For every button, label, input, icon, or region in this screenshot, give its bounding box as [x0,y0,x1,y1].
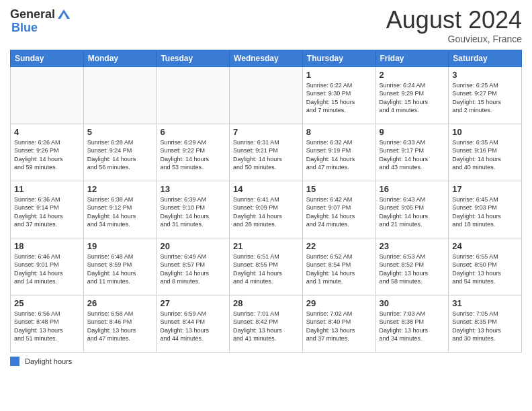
day-info: Sunrise: 6:32 AM Sunset: 9:19 PM Dayligh… [306,138,372,172]
calendar-day-cell: 1Sunrise: 6:22 AM Sunset: 9:30 PM Daylig… [302,66,375,124]
day-number: 29 [306,298,372,308]
day-number: 5 [87,127,153,137]
calendar-day-cell: 6Sunrise: 6:29 AM Sunset: 9:22 PM Daylig… [157,124,230,181]
day-number: 10 [452,127,518,137]
day-number: 31 [452,298,518,308]
calendar-day-cell: 2Sunrise: 6:24 AM Sunset: 9:29 PM Daylig… [375,66,449,124]
calendar-week-row: 4Sunrise: 6:26 AM Sunset: 9:26 PM Daylig… [11,124,522,181]
logo-general-text: General [10,8,55,20]
day-info: Sunrise: 6:43 AM Sunset: 9:05 PM Dayligh… [380,195,445,229]
day-info: Sunrise: 6:49 AM Sunset: 8:57 PM Dayligh… [160,253,226,286]
day-info: Sunrise: 6:26 AM Sunset: 9:26 PM Dayligh… [14,138,80,172]
calendar-day-cell: 10Sunrise: 6:35 AM Sunset: 9:16 PM Dayli… [449,124,522,181]
day-header: Monday [83,50,157,66]
calendar-day-cell: 27Sunrise: 6:59 AM Sunset: 8:44 PM Dayli… [157,295,230,352]
calendar-day-cell: 9Sunrise: 6:33 AM Sunset: 9:17 PM Daylig… [375,124,449,181]
calendar-week-row: 18Sunrise: 6:46 AM Sunset: 9:01 PM Dayli… [11,238,522,295]
day-info: Sunrise: 6:42 AM Sunset: 9:07 PM Dayligh… [306,195,372,229]
calendar-day-cell: 19Sunrise: 6:48 AM Sunset: 8:59 PM Dayli… [83,238,157,295]
day-info: Sunrise: 6:58 AM Sunset: 8:46 PM Dayligh… [87,310,153,343]
day-info: Sunrise: 6:53 AM Sunset: 8:52 PM Dayligh… [380,253,445,286]
day-info: Sunrise: 6:41 AM Sunset: 9:09 PM Dayligh… [233,195,299,229]
day-number: 12 [87,184,153,194]
day-info: Sunrise: 6:55 AM Sunset: 8:50 PM Dayligh… [452,253,518,286]
calendar-day-cell: 29Sunrise: 7:02 AM Sunset: 8:40 PM Dayli… [302,295,375,352]
day-info: Sunrise: 7:02 AM Sunset: 8:40 PM Dayligh… [306,310,372,343]
day-info: Sunrise: 6:31 AM Sunset: 9:21 PM Dayligh… [233,138,299,172]
location: Gouvieux, France [386,34,522,44]
logo-blue-text: Blue [11,21,38,34]
day-header: Sunday [11,50,84,66]
title-area: August 2024 Gouvieux, France [386,7,522,44]
day-info: Sunrise: 6:51 AM Sunset: 8:55 PM Dayligh… [233,253,299,286]
day-header: Tuesday [157,50,230,66]
footer: Daylight hours [10,357,522,366]
day-number: 30 [380,298,445,308]
day-info: Sunrise: 6:46 AM Sunset: 9:01 PM Dayligh… [14,253,80,286]
day-number: 21 [233,241,299,251]
calendar-day-cell: 5Sunrise: 6:28 AM Sunset: 9:24 PM Daylig… [83,124,157,181]
day-number: 28 [233,298,299,308]
month-title: August 2024 [386,7,522,34]
calendar-header-row: SundayMondayTuesdayWednesdayThursdayFrid… [11,50,522,66]
day-number: 27 [160,298,226,308]
calendar-day-cell: 4Sunrise: 6:26 AM Sunset: 9:26 PM Daylig… [11,124,84,181]
calendar-day-cell [157,66,230,124]
legend-color-box [10,357,19,366]
calendar-week-row: 1Sunrise: 6:22 AM Sunset: 9:30 PM Daylig… [11,66,522,124]
day-info: Sunrise: 6:22 AM Sunset: 9:30 PM Dayligh… [306,81,372,115]
day-number: 2 [380,70,445,80]
day-number: 20 [160,241,226,251]
day-number: 16 [380,184,445,194]
day-info: Sunrise: 6:52 AM Sunset: 8:54 PM Dayligh… [306,253,372,286]
day-number: 22 [306,241,372,251]
calendar-week-row: 25Sunrise: 6:56 AM Sunset: 8:48 PM Dayli… [11,295,522,352]
calendar-day-cell: 31Sunrise: 7:05 AM Sunset: 8:35 PM Dayli… [449,295,522,352]
day-number: 7 [233,127,299,137]
day-number: 4 [14,127,80,137]
calendar-day-cell: 11Sunrise: 6:36 AM Sunset: 9:14 PM Dayli… [11,181,84,238]
day-info: Sunrise: 6:59 AM Sunset: 8:44 PM Dayligh… [160,310,226,343]
day-header: Wednesday [230,50,303,66]
calendar-day-cell: 7Sunrise: 6:31 AM Sunset: 9:21 PM Daylig… [230,124,303,181]
legend-label: Daylight hours [25,357,72,365]
day-number: 13 [160,184,226,194]
header: General Blue August 2024 Gouvieux, Franc… [10,7,522,44]
day-number: 3 [452,70,518,80]
day-number: 23 [380,241,445,251]
day-header: Saturday [449,50,522,66]
day-number: 8 [306,127,372,137]
day-info: Sunrise: 6:48 AM Sunset: 8:59 PM Dayligh… [87,253,153,286]
calendar-day-cell: 24Sunrise: 6:55 AM Sunset: 8:50 PM Dayli… [449,238,522,295]
day-number: 25 [14,298,80,308]
day-info: Sunrise: 6:33 AM Sunset: 9:17 PM Dayligh… [380,138,445,172]
day-info: Sunrise: 6:45 AM Sunset: 9:03 PM Dayligh… [452,195,518,229]
calendar-day-cell [230,66,303,124]
day-info: Sunrise: 6:36 AM Sunset: 9:14 PM Dayligh… [14,195,80,229]
day-number: 19 [87,241,153,251]
day-number: 26 [87,298,153,308]
day-info: Sunrise: 7:01 AM Sunset: 8:42 PM Dayligh… [233,310,299,343]
calendar-day-cell: 8Sunrise: 6:32 AM Sunset: 9:19 PM Daylig… [302,124,375,181]
calendar-day-cell: 18Sunrise: 6:46 AM Sunset: 9:01 PM Dayli… [11,238,84,295]
day-info: Sunrise: 6:38 AM Sunset: 9:12 PM Dayligh… [87,195,153,229]
calendar-day-cell [11,66,84,124]
day-number: 6 [160,127,226,137]
calendar-day-cell: 23Sunrise: 6:53 AM Sunset: 8:52 PM Dayli… [375,238,449,295]
calendar-day-cell: 20Sunrise: 6:49 AM Sunset: 8:57 PM Dayli… [157,238,230,295]
calendar-day-cell [83,66,157,124]
calendar-day-cell: 13Sunrise: 6:39 AM Sunset: 9:10 PM Dayli… [157,181,230,238]
logo-icon [56,7,71,21]
day-info: Sunrise: 6:35 AM Sunset: 9:16 PM Dayligh… [452,138,518,172]
page: General Blue August 2024 Gouvieux, Franc… [0,0,532,411]
day-info: Sunrise: 6:39 AM Sunset: 9:10 PM Dayligh… [160,195,226,229]
day-number: 18 [14,241,80,251]
calendar-day-cell: 3Sunrise: 6:25 AM Sunset: 9:27 PM Daylig… [449,66,522,124]
day-number: 1 [306,70,372,80]
day-info: Sunrise: 7:05 AM Sunset: 8:35 PM Dayligh… [452,310,518,343]
day-info: Sunrise: 6:25 AM Sunset: 9:27 PM Dayligh… [452,81,518,115]
calendar-day-cell: 28Sunrise: 7:01 AM Sunset: 8:42 PM Dayli… [230,295,303,352]
day-number: 15 [306,184,372,194]
day-number: 17 [452,184,518,194]
day-info: Sunrise: 6:28 AM Sunset: 9:24 PM Dayligh… [87,138,153,172]
